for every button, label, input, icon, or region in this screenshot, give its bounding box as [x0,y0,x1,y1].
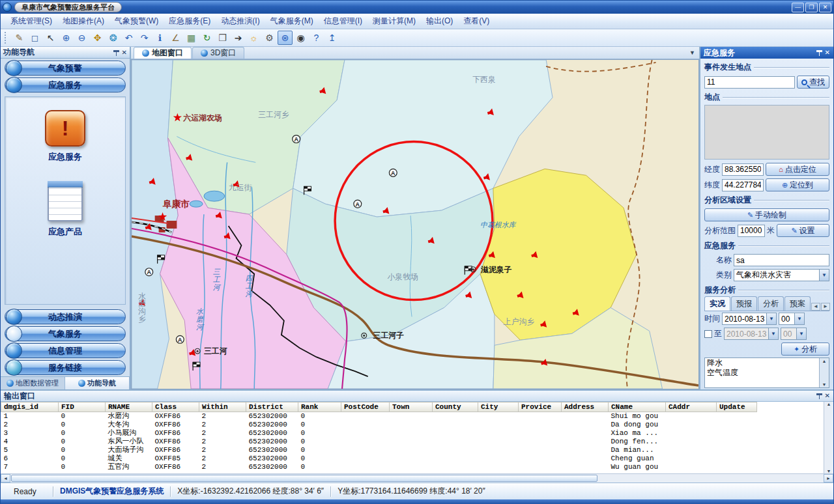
map-tab-dropdown-icon[interactable]: ▼ [689,49,695,56]
full-extent-icon[interactable]: ❂ [106,31,121,45]
close-icon[interactable]: ✕ [825,393,830,399]
lightbulb-icon[interactable]: ☼ [246,31,261,45]
menu-item[interactable]: 地图操作(A) [58,14,109,29]
analysis-item-list[interactable]: 降水空气温度 ▲ ▼ [704,357,829,388]
column-header[interactable]: CName [609,402,666,412]
pin-icon[interactable] [113,49,119,56]
visibility-eye-icon[interactable]: ◉ [293,31,308,45]
station-icon[interactable]: A [176,335,184,343]
restore-button[interactable]: ❐ [805,3,818,12]
pointer-icon[interactable]: ➔ [231,31,246,45]
place-listbox[interactable] [704,105,829,160]
table-row[interactable]: 20大冬沟OXFF8626523020000Da dong gou [1,421,757,429]
column-header[interactable]: City [478,402,519,412]
column-header[interactable]: dmgis_id [1,402,59,412]
vertical-scrollbar[interactable]: ▲ ▼ [819,358,829,387]
to-checkbox[interactable] [704,330,712,338]
refresh-icon[interactable]: ↻ [199,31,214,45]
chevron-down-icon[interactable]: ▼ [794,313,804,324]
station-icon[interactable]: A [293,135,300,143]
vertical-scrollbar[interactable]: ▲ ▼ [824,402,833,473]
click-locate-button[interactable]: ⌂点击定位 [766,163,829,176]
column-header[interactable]: Class [152,402,199,412]
column-header[interactable]: Update [717,402,757,412]
next-view-icon[interactable]: ↷ [137,31,152,45]
horizontal-scrollbar[interactable]: ◄ ► [1,473,833,483]
help-icon[interactable]: ? [309,31,324,45]
measure-icon[interactable]: ∠ [168,31,183,45]
menu-item[interactable]: 系统管理(S) [6,14,57,29]
set-range-button[interactable]: ✎设置 [777,224,829,237]
nav-dynamic-deduction[interactable]: 动态推演 [5,309,126,324]
column-header[interactable]: District [246,402,298,412]
column-header[interactable]: Provice [519,402,562,412]
minimize-button[interactable]: — [792,3,804,12]
time-hour-combo[interactable]: 00▼ [779,313,805,325]
pan-hand-icon[interactable]: ✥ [90,31,105,45]
table-row[interactable]: 10水磨沟OXFF8626523020000Shui mo gou [1,412,757,421]
close-icon[interactable]: ✕ [122,49,127,56]
menu-item[interactable]: 输出(O) [422,14,457,29]
column-header[interactable]: FID [59,402,106,412]
scroll-up-icon[interactable]: ▲ [827,402,831,406]
map-svg[interactable]: AAAAA下西泉六运湖农场三工河乡阜康市九运街中葛根水库滋泥泉子小泉牧场上户沟乡… [132,60,698,389]
chevron-down-icon[interactable]: ▼ [796,328,806,339]
zoom-in-icon[interactable]: ⊕ [59,31,74,45]
menu-item[interactable]: 气象服务(M) [266,14,318,29]
column-header[interactable]: Town [390,402,433,412]
list-item[interactable]: 降水 [705,358,819,368]
edit-pencil-icon[interactable]: ✎ [12,31,27,45]
map-canvas[interactable]: AAAAA下西泉六运湖农场三工河乡阜康市九运街中葛根水库滋泥泉子小泉牧场上户沟乡… [131,59,699,389]
service-name-input[interactable] [734,254,829,266]
select-rectangle-icon[interactable]: ◻ [27,31,42,45]
time-date-combo[interactable]: 2010-08-13▼ [722,313,777,325]
tab-map-window[interactable]: 地图窗口 [134,47,192,59]
table-row[interactable]: 60城关OXFF8526523020000Cheng guan [1,455,757,463]
pin-icon[interactable] [816,393,822,399]
column-header[interactable]: County [433,402,478,412]
menu-item[interactable]: 气象预警(W) [110,14,163,29]
analyze-button[interactable]: ✦分析 [781,343,829,356]
longitude-input[interactable] [722,163,764,176]
scroll-up-icon[interactable]: ▲ [822,358,827,364]
nav-weather-warning[interactable]: 气象预警 [5,61,126,76]
station-icon[interactable]: A [389,169,397,176]
column-header[interactable]: Rank [298,402,341,412]
column-header[interactable]: Address [562,402,609,412]
manual-draw-button[interactable]: ✎手动绘制 [704,208,829,221]
scroll-right-icon[interactable]: ► [821,303,830,311]
toolbar-grip[interactable] [5,32,8,44]
pin-icon[interactable] [816,49,822,56]
tab-analyze[interactable]: 分析 [758,296,784,311]
latitude-input[interactable] [722,179,764,191]
tab-3d-window[interactable]: 3D窗口 [192,47,244,59]
nav-service-links[interactable]: 服务链接 [5,360,126,375]
tab-plan[interactable]: 预案 [784,296,811,311]
emergency-service-button[interactable]: !应急服务 [45,110,85,163]
station-icon[interactable]: A [354,200,362,208]
zoom-out-icon[interactable]: ⊖ [74,31,89,45]
export-icon[interactable]: ↥ [324,31,339,45]
station-icon[interactable]: A [145,268,153,276]
select-arrow-icon[interactable]: ↖ [43,31,58,45]
service-type-combo[interactable]: 气象和洪水灾害▼ [734,269,829,281]
chevron-down-icon[interactable]: ▼ [766,313,776,324]
print-icon[interactable]: ❒ [215,31,230,45]
close-button[interactable]: ✕ [819,3,831,12]
close-icon[interactable]: ✕ [825,49,830,56]
tab-live[interactable]: 实况 [704,296,730,311]
nav-info-management[interactable]: 信息管理 [5,343,126,358]
previous-view-icon[interactable]: ↶ [121,31,136,45]
scroll-down-icon[interactable]: ▼ [822,382,827,387]
to-hour-combo[interactable]: 00▼ [781,328,807,340]
chevron-down-icon[interactable]: ▼ [819,270,829,281]
column-header[interactable]: CAddr [666,402,717,412]
scroll-down-icon[interactable]: ▼ [827,469,831,473]
scrollbar-thumb[interactable] [11,475,597,482]
menu-item[interactable]: 动态推演(I) [216,14,264,29]
to-date-combo[interactable]: 2010-08-13▼ [724,328,779,340]
nav-weather-service[interactable]: 气象服务 [5,326,126,341]
search-button[interactable]: 查找 [797,76,829,89]
tab-function-navigation[interactable]: 功能导航 [65,377,130,389]
identify-icon[interactable]: ℹ [152,31,167,45]
